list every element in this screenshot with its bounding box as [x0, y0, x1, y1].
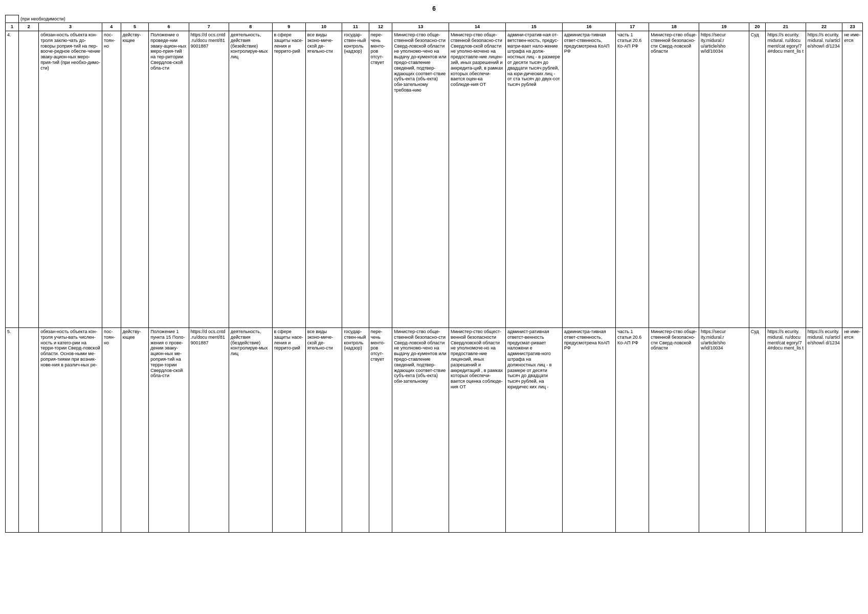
col-header-10: 10: [305, 23, 342, 31]
col-header-1: 1: [6, 23, 19, 31]
row-4-col12: пере-чень менто-ров отсут-ствует: [369, 31, 392, 328]
row-5-col18: Министер-ство обще-ственной безопасно-ст…: [649, 328, 699, 533]
row-5-col8: деятельность, действия (бездействие) кон…: [229, 328, 272, 533]
row-4-col4: пос-тоян-но: [102, 31, 121, 328]
row-5-col21: https://s ecurity. midural. ru/docu ment…: [766, 328, 806, 533]
row-4-col18: Министер-ство обще-ственной безопасно-ст…: [649, 31, 699, 328]
pre-header-spacer: [6, 15, 19, 23]
row-5-col14: Министер-ство общест-венной безопасности…: [449, 328, 506, 533]
row-4-col3: обязан-ность объекта кон-троля заклю-чат…: [39, 31, 102, 328]
col-header-7: 7: [189, 23, 229, 31]
row-5-col19: https://secur ity.midural.r u/article/sh…: [699, 328, 749, 533]
pre-header-row: (при необходимости): [6, 15, 863, 23]
row-4-col13: Министер-ство обще-ственной безопасно-ст…: [392, 31, 449, 328]
row-4-col6: Положение о проведе-нии эваку-ацион-ных …: [149, 31, 189, 328]
row-4-col11: государ-ствен-ный контроль (надзор): [342, 31, 369, 328]
col-header-8: 8: [229, 23, 272, 31]
main-table: (при необходимости) 1 2 3 4 5 6 7 8 9 10…: [5, 15, 863, 533]
row-4-num: 4.: [6, 31, 19, 328]
table-row: 5. обязан-ность объекта кон-троля учиты-…: [6, 328, 863, 533]
row-5-col6: Положение 1 пункта 15 Поло-жения о прове…: [149, 328, 189, 533]
row-4-col22: https://s ecurity. midural. ru/articl e/…: [806, 31, 842, 328]
row-5-col3: обязан-ность объекта кон-троля учиты-ват…: [39, 328, 102, 533]
row-4-col17: часть 1 статьи 20.6 Ко-АП РФ: [616, 31, 649, 328]
col-header-22: 22: [806, 23, 842, 31]
row-5-col10: все виды эконо-миче-ской де-ятельно-сти: [305, 328, 342, 533]
col-header-13: 13: [392, 23, 449, 31]
row-5-col5: действу-ющее: [121, 328, 149, 533]
row-5-col16: администра-тивная ответ-ственность, пред…: [562, 328, 615, 533]
row-4-col20: Суд: [749, 31, 766, 328]
row-4-col21: https://s ecurity. midural. ru/docu ment…: [766, 31, 806, 328]
page-number: 6: [5, 5, 863, 12]
col-header-19: 19: [699, 23, 749, 31]
row-5-col17: часть 1 статьи 20.6 Ко-АП РФ: [616, 328, 649, 533]
col-header-16: 16: [562, 23, 615, 31]
col-header-20: 20: [749, 23, 766, 31]
row-5-col11: государ-ствен-ный контроль (надзор): [342, 328, 369, 533]
row-5-col2: [19, 328, 39, 533]
row-4-col8: деятельность, действия (безействие) конт…: [229, 31, 272, 328]
col-header-15: 15: [505, 23, 562, 31]
col-header-4: 4: [102, 23, 121, 31]
row-4-col15: админи-стратив-ная от-ветствен-ность, пр…: [505, 31, 562, 328]
col-header-2: 2: [19, 23, 39, 31]
col-header-3: 3: [39, 23, 102, 31]
row-4-col19: https://secur ity.midural.r u/article/sh…: [699, 31, 749, 328]
row-4-col5: действу-ющее: [121, 31, 149, 328]
col-header-18: 18: [649, 23, 699, 31]
row-4-col10: все виды эконо-миче-ской де-ятельно-сти: [305, 31, 342, 328]
column-header-row: 1 2 3 4 5 6 7 8 9 10 11 12 13 14 15 16 1…: [6, 23, 863, 31]
row-4-col2: [19, 31, 39, 328]
row-5-col20: Суд: [749, 328, 766, 533]
table-row: 4. обязан-ность объекта кон-троля заклю-…: [6, 31, 863, 328]
row-5-col23: не име-ется: [842, 328, 863, 533]
row-5-col7: https://d ocs.cntd .ru/docu ment/81 9001…: [189, 328, 229, 533]
page-container: 6: [0, 0, 868, 538]
col-header-6: 6: [149, 23, 189, 31]
col-header-23: 23: [842, 23, 863, 31]
row-5-col12: пере-чень менто-ров отсут-ствует: [369, 328, 392, 533]
row-5-col13: Министер-ство обще-ственной безопасно-ст…: [392, 328, 449, 533]
col-header-5: 5: [121, 23, 149, 31]
col-header-21: 21: [766, 23, 806, 31]
row-5-num: 5.: [6, 328, 19, 533]
col-header-17: 17: [616, 23, 649, 31]
col-header-11: 11: [342, 23, 369, 31]
row-4-col7: https://d ocs.cntd .ru/docu ment/81 9001…: [189, 31, 229, 328]
pre-header-text: (при необходимости): [19, 15, 863, 23]
col-header-9: 9: [272, 23, 305, 31]
row-5-col9: в сфере защиты насе-ления и террито-рий: [272, 328, 305, 533]
row-4-col16: администра-тивная ответ-ственность, пред…: [562, 31, 615, 328]
row-5-col22: https://s ecurity. midural. ru/articl e/…: [806, 328, 842, 533]
row-4-col14: Министер-ство обще-ственной безопасно-ст…: [449, 31, 506, 328]
row-4-col9: в сфере защиты насе-ления и террито-рий: [272, 31, 305, 328]
row-5-col4: пос-тоян-но: [102, 328, 121, 533]
row-5-col15: админист-ративная ответст-венность преду…: [505, 328, 562, 533]
row-4-col23: не име-ется: [842, 31, 863, 328]
col-header-12: 12: [369, 23, 392, 31]
col-header-14: 14: [449, 23, 506, 31]
